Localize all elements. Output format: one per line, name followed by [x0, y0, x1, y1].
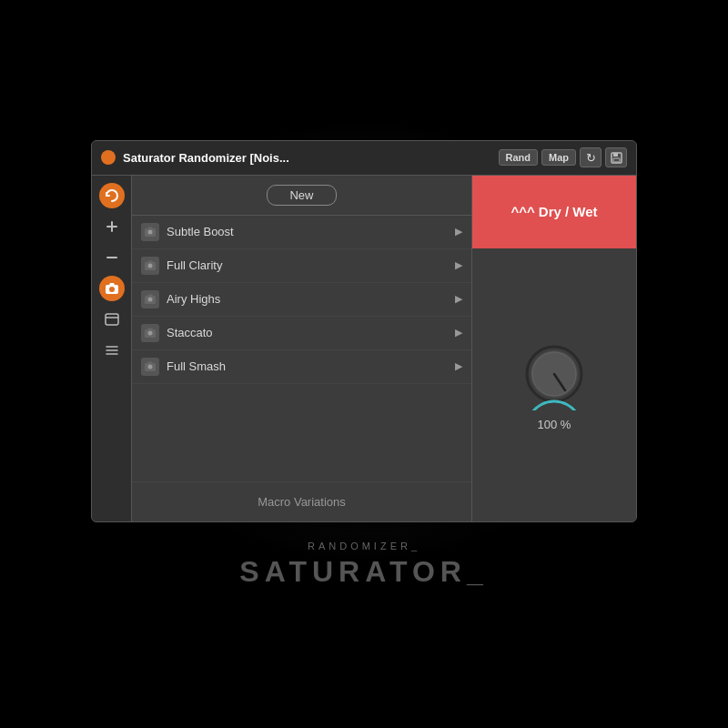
preset-item-subtle-boost[interactable]: Subtle Boost ▶ [132, 216, 471, 249]
preset-play-airy-highs[interactable]: ▶ [455, 293, 462, 305]
left-sidebar [92, 176, 132, 521]
svg-point-18 [148, 297, 153, 301]
dry-wet-value: 100 % [538, 418, 571, 431]
rand-button[interactable]: Rand [499, 149, 539, 166]
preset-name-airy-highs: Airy Highs [167, 292, 448, 306]
plugin-title: Saturator Randomizer [Nois... [123, 151, 491, 165]
preset-icon-airy-highs [141, 290, 159, 308]
new-button[interactable]: New [267, 185, 336, 206]
preset-item-full-clarity[interactable]: Full Clarity ▶ [132, 249, 471, 283]
plugin-window: Saturator Randomizer [Nois... Rand Map ↻ [91, 140, 637, 522]
title-dot [101, 150, 116, 165]
map-button[interactable]: Map [541, 149, 576, 166]
main-content: New Subtle Boost ▶ [92, 176, 636, 521]
footer: RANDOMIZER_ SATURATOR_ [239, 541, 488, 589]
preset-name-subtle-boost: Subtle Boost [167, 225, 448, 238]
preset-play-full-smash[interactable]: ▶ [455, 360, 462, 372]
save-button[interactable] [605, 147, 627, 167]
title-buttons: Rand Map ↻ [499, 147, 628, 167]
dry-wet-header: ^^^ Dry / Wet [472, 176, 636, 248]
svg-point-16 [148, 263, 153, 268]
card-button[interactable] [99, 307, 125, 332]
svg-point-22 [148, 364, 153, 369]
minus-button[interactable] [99, 245, 125, 270]
svg-point-14 [148, 229, 153, 234]
preset-icon-full-smash [141, 358, 159, 376]
preset-icon-full-clarity [141, 257, 159, 275]
svg-rect-2 [613, 158, 620, 162]
preset-play-subtle-boost[interactable]: ▶ [455, 226, 462, 238]
footer-subtitle: RANDOMIZER_ [239, 541, 488, 551]
svg-rect-1 [613, 153, 618, 157]
preset-play-staccato[interactable]: ▶ [455, 327, 462, 339]
new-button-row: New [132, 176, 471, 216]
camera-button[interactable] [99, 276, 125, 301]
preset-item-full-smash[interactable]: Full Smash ▶ [132, 350, 471, 384]
preset-icon-subtle-boost [141, 223, 159, 241]
right-panel: ^^^ Dry / Wet [472, 176, 636, 521]
svg-rect-8 [106, 314, 118, 325]
preset-name-staccato: Staccato [167, 326, 448, 339]
knob-area: 100 % [472, 248, 636, 521]
preset-icon-staccato [141, 324, 159, 342]
preset-list: Subtle Boost ▶ Full Clarity ▶ [132, 216, 471, 481]
dry-wet-knob[interactable] [518, 338, 591, 410]
footer-title: SATURATOR_ [239, 555, 488, 589]
loop-button[interactable] [99, 183, 125, 208]
preset-name-full-smash: Full Smash [167, 359, 448, 373]
title-bar: Saturator Randomizer [Nois... Rand Map ↻ [92, 141, 636, 176]
preset-play-full-clarity[interactable]: ▶ [455, 259, 462, 271]
presets-panel: New Subtle Boost ▶ [132, 176, 472, 521]
preset-item-staccato[interactable]: Staccato ▶ [132, 317, 471, 350]
macro-variations-label: Macro Variations [132, 481, 471, 521]
refresh-button[interactable]: ↻ [580, 147, 602, 167]
preset-item-airy-highs[interactable]: Airy Highs ▶ [132, 283, 471, 317]
preset-name-full-clarity: Full Clarity [167, 258, 448, 272]
add-button[interactable] [99, 214, 125, 239]
svg-point-20 [148, 330, 153, 335]
list-button[interactable] [99, 338, 125, 363]
svg-point-7 [109, 287, 115, 292]
